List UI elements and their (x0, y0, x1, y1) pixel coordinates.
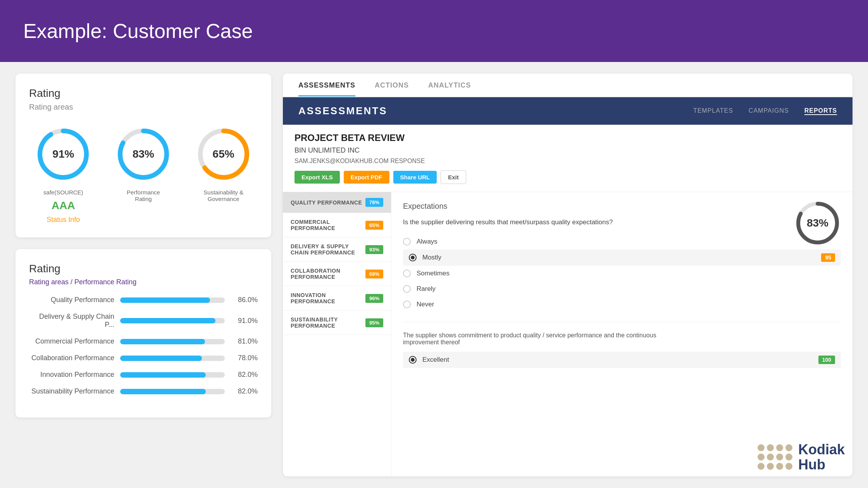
share-url-button[interactable]: Share URL (393, 171, 437, 184)
question-1: Is the supplier delivering results that … (403, 218, 674, 226)
page-title: Example: Customer Case (23, 19, 253, 43)
nav-templates[interactable]: TEMPLATES (693, 107, 733, 115)
tab-analytics[interactable]: ANALYTICS (428, 81, 471, 96)
question-2: The supplier shows commitment to product… (403, 332, 674, 346)
bar-fill-4 (120, 356, 202, 361)
project-title: PROJECT BETA REVIEW (294, 132, 841, 143)
overall-score-text: 83% (807, 217, 828, 229)
expectations-title: Expectations (403, 202, 841, 211)
exit-button[interactable]: Exit (441, 170, 466, 184)
category-badge-1: 78% (365, 198, 383, 207)
radio-rarely[interactable] (403, 285, 411, 293)
category-badge-5: 96% (365, 294, 383, 303)
nav-campaigns[interactable]: CAMPAIGNS (749, 107, 789, 115)
bar-track-5 (120, 372, 225, 378)
category-innovation[interactable]: INNOVATION PERFORMANCE 96% (283, 286, 391, 311)
project-info: PROJECT BETA REVIEW BIN UNLIMITED INC SA… (283, 125, 852, 192)
category-quality[interactable]: QUALITY PERFORMANCE 78% (283, 192, 391, 213)
bar-value-2: 91.0% (231, 317, 258, 325)
category-badge-6: 95% (365, 318, 383, 327)
radio-sometimes[interactable] (403, 270, 411, 277)
status-info[interactable]: Status Info (46, 216, 80, 224)
answer-excellent: Excellent 100 (403, 352, 841, 368)
bar-value-6: 82.0% (231, 387, 258, 395)
header-nav: TEMPLATES CAMPAIGNS REPORTS (693, 107, 837, 115)
bar-label-2: Delivery & Supply Chain P... (29, 313, 114, 329)
right-panel: ASSESSMENTS ACTioNs ANALYTICS ASSESSMENT… (283, 74, 852, 476)
bar-track-6 (120, 389, 225, 394)
answer-rarely: Rarely (403, 281, 841, 297)
donut-label-1: safe(SOURCE) (43, 189, 83, 196)
bar-label-6: Sustainability Performance (29, 387, 114, 395)
kodiak-hub-logo: Kodiak Hub (758, 442, 845, 473)
answer-label-excellent: Excellent (422, 356, 818, 364)
bar-fill-2 (120, 318, 215, 323)
nav-reports[interactable]: REPORTS (804, 107, 837, 115)
answer-label-rarely: Rarely (417, 285, 841, 293)
category-badge-2: 65% (365, 221, 383, 230)
answer-always: Always (403, 234, 841, 249)
category-collaboration[interactable]: COLLABORATION PERFORMANCE 68% (283, 262, 391, 286)
donut-safe-source: 91% safe(SOURCE) AAA Status Info (32, 123, 94, 224)
category-delivery[interactable]: DELIVERY & SUPPLY CHAIN PERFORMANCE 93% (283, 237, 391, 262)
bar-row-4: Collaboration Performance 78.0% (29, 354, 258, 362)
donut-row: 91% safe(SOURCE) AAA Status Info (29, 123, 258, 224)
bar-fill-5 (120, 372, 206, 378)
bar-track-4 (120, 356, 225, 361)
tab-assessments[interactable]: ASSESSMENTS (298, 81, 355, 96)
logo-dots (758, 444, 792, 470)
donut-percent-2: 83% (133, 148, 154, 160)
answer-never: Never (403, 297, 841, 312)
donut-percent-3: 65% (213, 148, 234, 160)
rating-subtitle-1: Rating areas (29, 103, 258, 112)
answer-score-excellent: 100 (818, 356, 835, 364)
bar-track-1 (120, 297, 225, 303)
category-sustainability[interactable]: SUSTAINABILITY PERFORMANCE 95% (283, 311, 391, 335)
category-badge-3: 93% (365, 245, 383, 254)
rating-card-2: Rating Rating areas / Performance Rating… (16, 249, 271, 418)
breadcrumb-link[interactable]: Rating areas (29, 278, 69, 286)
bar-label-5: Innovation Performance (29, 371, 114, 379)
tab-actions[interactable]: ACTioNs (375, 81, 409, 96)
answer-mostly: Mostly 95 (403, 249, 841, 266)
bar-value-5: 82.0% (231, 371, 258, 379)
radio-never[interactable] (403, 301, 411, 308)
overall-score-circle: 83% (794, 200, 841, 246)
bar-track-2 (120, 318, 225, 323)
bar-fill-1 (120, 297, 210, 303)
email-label: SAM.JENKS@KODIAKHUB.COM RESPONSE (294, 158, 841, 165)
category-label-4: COLLABORATION PERFORMANCE (291, 268, 365, 280)
main-content: 83% Expectations Is the supplier deliver… (391, 192, 852, 476)
bar-row-6: Sustainability Performance 82.0% (29, 387, 258, 395)
bar-track-3 (120, 339, 225, 344)
donut-percent-1: 91% (52, 148, 74, 160)
assessment-header: ASSESSMENTS TEMPLATES CAMPAIGNS REPORTS (283, 97, 852, 125)
category-label-6: SUSTAINABILITY PERFORMANCE (291, 316, 365, 329)
assessment-section-title: ASSESSMENTS (298, 105, 388, 117)
donut-label-3: Sustainability &Governance (203, 189, 243, 202)
bar-row-5: Innovation Performance 82.0% (29, 371, 258, 379)
answer-label-always: Always (417, 238, 841, 246)
category-label-2: COMMERCIAL PERFORMANCE (291, 219, 365, 231)
bar-row-2: Delivery & Supply Chain P... 91.0% (29, 313, 258, 329)
radio-always[interactable] (403, 238, 411, 246)
category-label-3: DELIVERY & SUPPLY CHAIN PERFORMANCE (291, 243, 365, 256)
bar-label-3: Commercial Performance (29, 337, 114, 345)
bar-label-4: Collaboration Performance (29, 354, 114, 362)
radio-mostly[interactable] (409, 254, 417, 261)
action-buttons: Export XLS Export PDF Share URL Exit (294, 170, 841, 184)
category-commercial[interactable]: COMMERCIAL PERFORMANCE 65% (283, 213, 391, 237)
answer-label-mostly: Mostly (422, 254, 821, 261)
tab-bar: ASSESSMENTS ACTioNs ANALYTICS (283, 74, 852, 97)
category-sidebar: QUALITY PERFORMANCE 78% COMMERCIAL PERFO… (283, 192, 391, 476)
export-xls-button[interactable]: Export XLS (294, 171, 340, 184)
page-header: Example: Customer Case (0, 0, 868, 62)
bar-row-3: Commercial Performance 81.0% (29, 337, 258, 345)
bar-fill-3 (120, 339, 205, 344)
donut-sustainability: 65% Sustainability &Governance (193, 123, 255, 202)
bar-value-4: 78.0% (231, 354, 258, 362)
answer-score-mostly: 95 (821, 253, 835, 262)
radio-excellent[interactable] (409, 356, 417, 364)
section-divider (403, 322, 841, 322)
export-pdf-button[interactable]: Export PDF (344, 171, 389, 184)
